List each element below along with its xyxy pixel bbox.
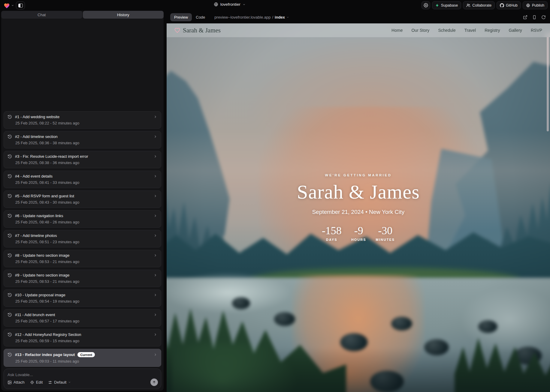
preview-column: Preview Code preview--lovefrontier.lovab… [166, 11, 550, 392]
lovable-logo-button[interactable] [4, 3, 14, 8]
site-nav: HomeOur StoryScheduleTravelRegistryGalle… [391, 28, 542, 33]
chevron-right-icon [153, 214, 157, 218]
history-item-timestamp: 25 Feb 2025, 08:53 - 21 minutes ago [15, 279, 157, 284]
history-list-item[interactable]: #6 - Update navigation links 25 Feb 2025… [4, 210, 161, 228]
history-icon [8, 313, 12, 317]
ask-lovable-input[interactable] [8, 373, 112, 377]
target-icon [30, 380, 34, 385]
history-icon [8, 233, 12, 238]
preview-toolbar: Preview Code preview--lovefrontier.lovab… [166, 11, 550, 23]
github-label: GitHub [506, 3, 518, 7]
history-item-title: #2 - Add timeline section [15, 134, 58, 139]
site-nav-home[interactable]: Home [391, 28, 403, 33]
history-list-item[interactable]: #11 - Add brunch event 25 Feb 2025, 08:5… [4, 309, 161, 327]
history-item-timestamp: 25 Feb 2025, 08:53 - 21 minutes ago [15, 259, 157, 264]
github-icon [500, 3, 504, 7]
site-logo[interactable]: Sarah & James [174, 27, 221, 34]
chevron-right-icon [153, 115, 157, 119]
chevron-right-icon [153, 154, 157, 158]
history-list-item[interactable]: #1 - Add wedding website 25 Feb 2025, 08… [4, 111, 161, 129]
globe-icon [526, 3, 530, 7]
history-icon [8, 214, 12, 218]
history-icon [8, 352, 12, 357]
collaborate-button[interactable]: Collaborate [463, 1, 495, 9]
chevron-right-icon [153, 135, 157, 139]
history-item-timestamp: 25 Feb 2025, 08:22 - 52 minutes ago [15, 121, 157, 125]
mode-selector[interactable]: Default [48, 380, 71, 385]
site-nav-rsvp[interactable]: RSVP [531, 28, 542, 33]
send-button[interactable] [150, 379, 158, 386]
history-item-timestamp: 25 Feb 2025, 08:43 - 30 minutes ago [15, 200, 157, 205]
history-list-item[interactable]: #8 - Update hero section image 25 Feb 20… [4, 250, 161, 267]
chevron-right-icon [153, 273, 157, 277]
history-item-timestamp: 25 Feb 2025, 08:57 - 17 minutes ago [15, 319, 157, 323]
edit-button[interactable]: Edit [30, 380, 43, 385]
chevron-down-icon [68, 381, 71, 384]
countdown-label: HOURS [351, 238, 366, 241]
chevron-right-icon [153, 353, 157, 357]
countdown: -158 DAYS -9 HOURS -30 MINUTES [167, 224, 550, 241]
refresh-button[interactable] [541, 15, 546, 19]
history-list: #1 - Add wedding website 25 Feb 2025, 08… [4, 111, 161, 367]
users-icon [466, 3, 470, 7]
history-icon [8, 154, 12, 159]
mobile-view-button[interactable] [532, 15, 536, 19]
chevron-right-icon [153, 174, 157, 178]
sidebar-toggle-button[interactable] [16, 1, 25, 9]
site-nav-gallery[interactable]: Gallery [509, 28, 522, 33]
history-list-item[interactable]: #12 - Add Honeyfund Registry Section 25 … [4, 329, 161, 346]
history-item-timestamp: 25 Feb 2025, 09:03 - 11 minutes ago [15, 359, 157, 364]
site-nav-schedule[interactable]: Schedule [438, 28, 455, 33]
globe-icon [214, 2, 218, 7]
history-list-item[interactable]: #3 - Fix: Resolve Lucide-react import er… [4, 151, 161, 168]
history-icon [8, 293, 12, 297]
history-item-timestamp: 25 Feb 2025, 08:48 - 26 minutes ago [15, 220, 157, 224]
attach-label: Attach [14, 380, 25, 385]
arrow-up-icon [152, 380, 156, 384]
history-icon [8, 174, 12, 178]
history-item-title: #3 - Fix: Resolve Lucide-react import er… [15, 154, 88, 159]
history-item-title: #6 - Update navigation links [15, 214, 63, 218]
history-item-timestamp: 25 Feb 2025, 08:38 - 36 minutes ago [15, 160, 157, 165]
smartphone-icon [532, 15, 536, 19]
github-button[interactable]: GitHub [497, 1, 521, 9]
tab-history[interactable]: History [83, 11, 164, 19]
tab-code[interactable]: Code [192, 13, 209, 21]
tab-preview[interactable]: Preview [170, 13, 192, 21]
settings-button[interactable] [422, 1, 430, 9]
history-list-item[interactable]: #2 - Add timeline section 25 Feb 2025, 0… [4, 131, 161, 148]
site-nav-travel[interactable]: Travel [464, 28, 476, 33]
history-icon [8, 134, 12, 139]
edit-label: Edit [36, 380, 43, 385]
history-list-item[interactable]: #10 - Update proposal image 25 Feb 2025,… [4, 289, 161, 307]
history-list-item[interactable]: #7 - Add timeline photos 25 Feb 2025, 08… [4, 230, 161, 247]
preview-scrollbar-thumb[interactable] [547, 32, 549, 131]
gear-icon [424, 3, 428, 7]
attach-button[interactable]: Attach [8, 380, 25, 385]
history-list-item[interactable]: #9 - Update hero section image 25 Feb 20… [4, 270, 161, 287]
supabase-label: Supabase [441, 3, 458, 7]
site-nav-our-story[interactable]: Our Story [411, 28, 429, 33]
history-item-title: #13 - Refactor index page layout [15, 352, 75, 357]
external-link-icon [523, 15, 527, 19]
preview-url[interactable]: preview--lovefrontier.lovable.app / inde… [214, 15, 289, 19]
history-item-title: #11 - Add brunch event [15, 313, 55, 317]
history-item-title: #9 - Update hero section image [15, 273, 69, 277]
history-item-title: #10 - Update proposal image [15, 293, 65, 297]
tab-chat[interactable]: Chat [1, 11, 82, 19]
history-list-item[interactable]: #13 - Refactor index page layout Current… [4, 349, 161, 367]
publish-button[interactable]: Publish [523, 1, 548, 9]
history-item-timestamp: 25 Feb 2025, 08:36 - 38 minutes ago [15, 141, 157, 145]
history-list-item[interactable]: #5 - Add RSVP form and guest list 25 Feb… [4, 190, 161, 208]
supabase-button[interactable]: Supabase [432, 1, 461, 9]
history-item-timestamp: 25 Feb 2025, 08:59 - 15 minutes ago [15, 339, 157, 343]
history-item-title: #5 - Add RSVP form and guest list [15, 194, 74, 198]
project-selector[interactable]: lovefrontier [214, 2, 246, 7]
history-icon [8, 115, 12, 119]
chevron-right-icon [153, 194, 157, 198]
history-list-item[interactable]: #4 - Add event details 25 Feb 2025, 08:4… [4, 171, 161, 188]
site-nav-registry[interactable]: Registry [485, 28, 500, 33]
open-external-button[interactable] [523, 15, 527, 19]
countdown-value: -9 [351, 224, 366, 237]
history-item-title: #12 - Add Honeyfund Registry Section [15, 332, 81, 337]
